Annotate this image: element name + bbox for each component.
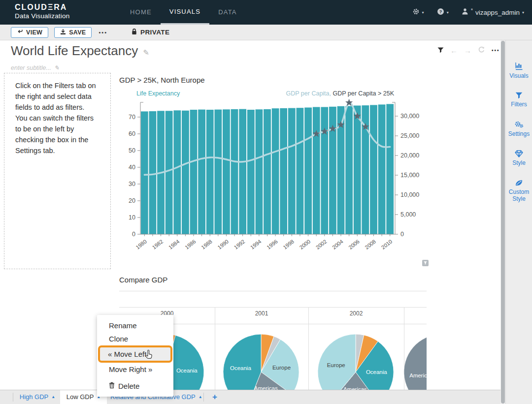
sidebar-item-filters[interactable]: Filters <box>506 92 532 108</box>
edit-subtitle-pencil-icon[interactable]: ✎ <box>54 64 59 71</box>
svg-text:25,000: 25,000 <box>400 132 419 139</box>
sidebar-label: Style <box>506 159 532 166</box>
combo-chart-area[interactable]: 01020304050607005,00010,00015,00020,0002… <box>119 97 437 263</box>
user-star: * <box>471 7 473 13</box>
svg-text:1990: 1990 <box>216 238 230 250</box>
pie-slice-label: Oceania <box>176 368 198 373</box>
tab-divider <box>203 393 204 402</box>
svg-text:40: 40 <box>129 164 135 171</box>
trellis-column-divider <box>215 308 215 390</box>
menu-item-rename[interactable]: Rename <box>97 319 173 332</box>
svg-text:0: 0 <box>400 231 404 238</box>
sidebar-item-settings[interactable]: Settings <box>506 121 532 137</box>
funnel-icon <box>515 92 523 99</box>
sidebar-item-style[interactable]: Style <box>506 150 532 166</box>
user-menu[interactable]: * vizapps_admin ▾ <box>462 8 524 17</box>
delete-label: Delete <box>118 379 139 393</box>
svg-text:10: 10 <box>129 214 135 221</box>
help-icon: ? <box>437 8 444 17</box>
sidebar-item-visuals[interactable]: Visuals <box>506 62 532 79</box>
svg-text:70: 70 <box>129 114 135 121</box>
svg-text:20,000: 20,000 <box>400 152 419 159</box>
vertical-scrollbar-thumb[interactable] <box>501 41 505 404</box>
svg-text:15,000: 15,000 <box>400 172 419 179</box>
trash-icon <box>109 379 115 393</box>
bar-chart-icon <box>515 62 524 70</box>
privacy-label: PRIVATE <box>140 29 169 36</box>
trellis-year-label: 2001 <box>242 310 281 317</box>
vertical-scrollbar-track <box>500 40 505 404</box>
page-title: World Life Expectancy✎ <box>11 43 149 59</box>
combo-chart[interactable]: 01020304050607005,00010,00015,00020,0002… <box>119 97 437 261</box>
pie-chart-2001[interactable]: EuropeAmericasOceania <box>219 330 303 390</box>
pie-slice-label: Europe <box>327 362 345 368</box>
privacy-status[interactable]: PRIVATE <box>131 28 169 36</box>
visual-corner-badge[interactable] <box>422 260 429 266</box>
pie-chart-2002[interactable]: OceaniaAmericasEurope <box>314 330 398 390</box>
dashboard-content: World Life Expectancy✎ enter subtitle...… <box>0 40 500 390</box>
tab-context-menu: Rename Clone « Move Left Move Right » De… <box>97 315 173 397</box>
nav-right: ▾ ? ▾ * vizapps_admin ▾ <box>412 0 524 25</box>
dashboard-more-button[interactable]: ••• <box>492 48 500 53</box>
svg-text:1996: 1996 <box>266 238 279 250</box>
svg-text:1998: 1998 <box>282 238 295 250</box>
settings-menu[interactable]: ▾ <box>412 8 424 17</box>
gear-icon <box>412 8 420 17</box>
leaf-icon <box>515 179 523 186</box>
svg-text:1982: 1982 <box>151 238 165 250</box>
pie-chart-title: Compare GDP <box>119 276 167 284</box>
redo-arrow-icon[interactable]: → <box>464 47 471 54</box>
gears-icon <box>514 121 524 128</box>
sidebar-label: Filters <box>506 101 532 108</box>
svg-text:2006: 2006 <box>347 238 361 250</box>
trellis-column-divider <box>308 308 309 390</box>
subtitle-placeholder[interactable]: enter subtitle...✎ <box>11 64 59 71</box>
hand-cursor-icon <box>144 349 154 362</box>
menu-item-move-left[interactable]: « Move Left <box>98 345 172 363</box>
add-sheet-button[interactable]: + <box>209 390 220 404</box>
toolbar-more-button[interactable]: ••• <box>99 30 107 35</box>
tab-high-gdp[interactable]: High GDP▲ <box>16 390 59 404</box>
pie-slice-label: Americas <box>409 373 427 378</box>
page-title-text: World Life Expectancy <box>11 43 138 58</box>
filter-funnel-icon[interactable] <box>437 46 444 55</box>
nav-item-data[interactable]: DATA <box>209 0 246 25</box>
pie-slice-label: Americas <box>343 386 367 390</box>
svg-text:1988: 1988 <box>200 238 213 250</box>
tab-caret-icon[interactable]: ▲ <box>199 395 202 399</box>
menu-item-move-right[interactable]: Move Right » <box>97 363 173 376</box>
help-menu[interactable]: ? ▾ <box>437 8 449 17</box>
svg-text:1994: 1994 <box>249 238 263 250</box>
pie-chart-2003[interactable]: Americas <box>400 330 427 390</box>
edit-title-pencil-icon[interactable]: ✎ <box>143 48 149 57</box>
save-button[interactable]: SAVE <box>54 27 92 38</box>
tab-caret-icon[interactable]: ▲ <box>51 395 55 399</box>
svg-text:50: 50 <box>129 147 135 154</box>
main-nav: HOME VISUALS DATA <box>121 0 246 25</box>
tab-label: High GDP <box>20 393 49 401</box>
svg-text:5,000: 5,000 <box>400 211 416 218</box>
svg-text:20: 20 <box>129 197 135 204</box>
pie-slice-label: Americas <box>254 385 278 390</box>
svg-text:1980: 1980 <box>134 238 148 250</box>
chevron-down-icon: ▾ <box>447 10 449 15</box>
undo-arrow-icon[interactable]: ← <box>450 47 458 54</box>
svg-text:1992: 1992 <box>233 238 246 250</box>
pie-slice-label: Europe <box>272 365 291 371</box>
chevron-down-icon: ▾ <box>522 10 524 15</box>
svg-text:2000: 2000 <box>299 238 312 250</box>
svg-text:1984: 1984 <box>167 238 181 250</box>
nav-item-home[interactable]: HOME <box>121 0 161 25</box>
top-nav: CLOUDΞRA Data Visualization HOME VISUALS… <box>0 0 532 25</box>
view-button[interactable]: VIEW <box>11 27 48 38</box>
tab-label: Low GDP <box>66 393 94 401</box>
nav-item-visuals[interactable]: VISUALS <box>161 0 209 25</box>
toolbar: VIEW SAVE ••• PRIVATE <box>0 25 532 40</box>
sidebar-label: Visuals <box>506 72 532 79</box>
legend-life-expectancy: Life Expectancy <box>119 90 180 97</box>
sidebar-item-custom-style[interactable]: Custom Style <box>506 179 532 202</box>
menu-item-delete[interactable]: Delete <box>97 379 173 393</box>
svg-text:1986: 1986 <box>184 238 197 250</box>
refresh-icon[interactable] <box>478 46 485 55</box>
menu-item-clone[interactable]: Clone <box>97 332 173 345</box>
